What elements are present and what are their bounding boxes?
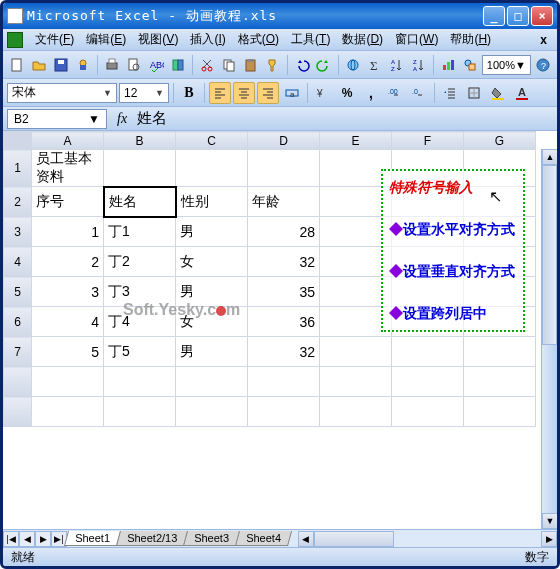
menu-insert[interactable]: 插入(I) [184, 29, 231, 50]
tab-nav-first[interactable]: |◀ [3, 531, 19, 547]
cell-B3[interactable]: 丁1 [104, 217, 176, 247]
new-icon[interactable] [7, 54, 27, 76]
col-header-F[interactable]: F [392, 132, 464, 150]
undo-icon[interactable] [292, 54, 312, 76]
cell-C3[interactable]: 男 [176, 217, 248, 247]
cell-A4[interactable]: 2 [32, 247, 104, 277]
print-icon[interactable] [102, 54, 122, 76]
scroll-down-button[interactable]: ▼ [542, 513, 557, 529]
borders-button[interactable] [463, 82, 485, 104]
col-header-C[interactable]: C [176, 132, 248, 150]
font-combo[interactable]: 宋体▼ [7, 83, 117, 103]
col-header-G[interactable]: G [464, 132, 536, 150]
drawing-icon[interactable] [460, 54, 480, 76]
merge-center-button[interactable]: a [281, 82, 303, 104]
row-header-1[interactable]: 1 [4, 150, 32, 187]
redo-icon[interactable] [314, 54, 334, 76]
col-header-E[interactable]: E [320, 132, 392, 150]
menu-file[interactable]: 文件(F) [29, 29, 80, 50]
row-header-6[interactable]: 6 [4, 307, 32, 337]
cell-D6[interactable]: 36 [248, 307, 320, 337]
cut-icon[interactable] [197, 54, 217, 76]
save-icon[interactable] [51, 54, 71, 76]
col-header-A[interactable]: A [32, 132, 104, 150]
scroll-left-button[interactable]: ◀ [298, 531, 314, 547]
decrease-decimal-button[interactable]: .0 [408, 82, 430, 104]
tab-nav-next[interactable]: ▶ [35, 531, 51, 547]
permission-icon[interactable] [73, 54, 93, 76]
scroll-right-button[interactable]: ▶ [541, 531, 557, 547]
cell-B2[interactable]: 姓名 [104, 187, 176, 217]
close-button[interactable]: × [531, 6, 553, 26]
cell-A1[interactable]: 员工基本资料 [32, 150, 104, 187]
vertical-scrollbar[interactable]: ▲ ▼ [541, 149, 557, 529]
cell-D3[interactable]: 28 [248, 217, 320, 247]
row-header-9[interactable] [4, 397, 32, 427]
close-doc-button[interactable]: x [534, 33, 553, 47]
formula-content[interactable]: 姓名 [137, 109, 167, 128]
sheet-tab-1[interactable]: Sheet1 [64, 531, 121, 546]
percent-button[interactable]: % [336, 82, 358, 104]
fx-icon[interactable]: fx [117, 111, 127, 127]
menu-data[interactable]: 数据(D) [336, 29, 389, 50]
cell-C2[interactable]: 性别 [176, 187, 248, 217]
research-icon[interactable] [168, 54, 188, 76]
menu-view[interactable]: 视图(V) [132, 29, 184, 50]
col-header-B[interactable]: B [104, 132, 176, 150]
maximize-button[interactable]: □ [507, 6, 529, 26]
fontsize-combo[interactable]: 12▼ [119, 83, 169, 103]
align-left-button[interactable] [209, 82, 231, 104]
currency-button[interactable]: ¥ [312, 82, 334, 104]
cell-C4[interactable]: 女 [176, 247, 248, 277]
cell-A5[interactable]: 3 [32, 277, 104, 307]
font-color-button[interactable]: A [511, 82, 533, 104]
minimize-button[interactable]: _ [483, 6, 505, 26]
sort-asc-icon[interactable]: AZ [387, 54, 407, 76]
cell-D7[interactable]: 32 [248, 337, 320, 367]
menu-edit[interactable]: 编辑(E) [80, 29, 132, 50]
align-center-button[interactable] [233, 82, 255, 104]
cell-D2[interactable]: 年龄 [248, 187, 320, 217]
paste-icon[interactable] [241, 54, 261, 76]
hyperlink-icon[interactable] [343, 54, 363, 76]
tab-nav-prev[interactable]: ◀ [19, 531, 35, 547]
scroll-v-thumb[interactable] [542, 165, 557, 345]
cell-A7[interactable]: 5 [32, 337, 104, 367]
cell-D4[interactable]: 32 [248, 247, 320, 277]
cell-A2[interactable]: 序号 [32, 187, 104, 217]
increase-decimal-button[interactable]: .00 [384, 82, 406, 104]
menu-tools[interactable]: 工具(T) [285, 29, 336, 50]
help-icon[interactable]: ? [533, 54, 553, 76]
scroll-up-button[interactable]: ▲ [542, 149, 557, 165]
menu-help[interactable]: 帮助(H) [444, 29, 497, 50]
sheet-tab-2[interactable]: Sheet2/13 [116, 531, 188, 546]
row-header-2[interactable]: 2 [4, 187, 32, 217]
zoom-combo[interactable]: 100%▼ [482, 55, 531, 75]
cell-C7[interactable]: 男 [176, 337, 248, 367]
row-header-7[interactable]: 7 [4, 337, 32, 367]
row-header-3[interactable]: 3 [4, 217, 32, 247]
cell-D5[interactable]: 35 [248, 277, 320, 307]
open-icon[interactable] [29, 54, 49, 76]
name-box[interactable]: B2▼ [7, 109, 107, 129]
horizontal-scrollbar[interactable]: ◀ ▶ [298, 531, 557, 547]
copy-icon[interactable] [219, 54, 239, 76]
cell-A6[interactable]: 4 [32, 307, 104, 337]
decrease-indent-button[interactable] [439, 82, 461, 104]
cell-B7[interactable]: 丁5 [104, 337, 176, 367]
menu-format[interactable]: 格式(O) [232, 29, 285, 50]
sum-icon[interactable]: Σ [365, 54, 385, 76]
align-right-button[interactable] [257, 82, 279, 104]
chart-icon[interactable] [438, 54, 458, 76]
sheet-tab-3[interactable]: Sheet3 [183, 531, 240, 546]
sort-desc-icon[interactable]: ZA [409, 54, 429, 76]
col-header-D[interactable]: D [248, 132, 320, 150]
bold-button[interactable]: B [178, 82, 200, 104]
row-header-4[interactable]: 4 [4, 247, 32, 277]
select-all-corner[interactable] [4, 132, 32, 150]
preview-icon[interactable] [124, 54, 144, 76]
format-painter-icon[interactable] [263, 54, 283, 76]
row-header-5[interactable]: 5 [4, 277, 32, 307]
row-header-8[interactable] [4, 367, 32, 397]
menu-window[interactable]: 窗口(W) [389, 29, 444, 50]
